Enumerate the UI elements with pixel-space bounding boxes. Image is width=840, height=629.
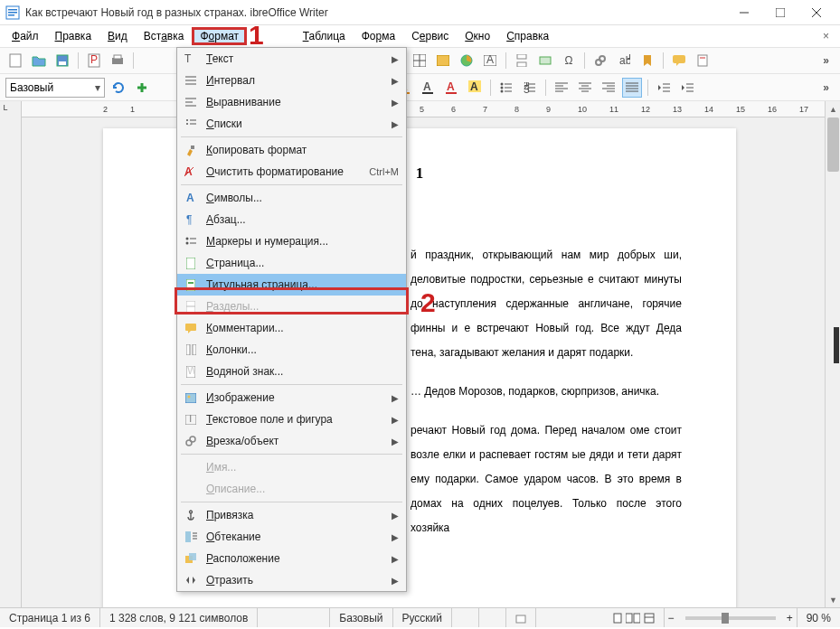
svg-rect-10 [59, 61, 66, 65]
align-center-button[interactable] [575, 78, 595, 98]
menu-table[interactable]: Таблица [295, 27, 354, 45]
specialchar-button[interactable]: Ω [559, 51, 579, 70]
menu-tools[interactable]: Сервис [403, 27, 457, 45]
menu-item-char[interactable]: AСимволы... [177, 187, 406, 209]
submenu-arrow-icon: ▶ [392, 576, 399, 586]
minimize-button[interactable] [726, 0, 762, 25]
new-button[interactable] [5, 51, 25, 70]
status-sel[interactable] [479, 608, 506, 627]
table-button[interactable] [410, 51, 429, 70]
menu-item-bullets[interactable]: Маркеры и нумерация... [177, 230, 406, 252]
menu-item-wrap[interactable]: Обтекание▶ [177, 526, 406, 548]
submenu-arrow-icon: ▶ [392, 415, 399, 425]
menu-item-columns[interactable]: Колонки... [177, 339, 406, 361]
menu-window[interactable]: Окно [457, 27, 498, 45]
align-right-button[interactable] [599, 78, 618, 98]
menu-format[interactable]: Формат [192, 27, 247, 45]
menu-item-para[interactable]: ¶Абзац... [177, 209, 406, 230]
close-button[interactable] [798, 0, 835, 25]
maximize-button[interactable] [762, 0, 798, 25]
svg-point-44 [501, 86, 504, 89]
indent-dec-button[interactable] [654, 78, 674, 98]
scroll-thumb[interactable] [827, 117, 839, 172]
menu-item-frame[interactable]: Врезка/объект▶ [177, 430, 406, 452]
char-bg-button[interactable]: A [465, 78, 485, 98]
bookmark-button[interactable] [637, 51, 657, 70]
toolbar-overflow[interactable]: » [817, 81, 835, 94]
close-doc-button[interactable]: × [816, 30, 836, 42]
status-page[interactable]: Страница 1 из 6 [0, 608, 100, 627]
trackchanges-button[interactable] [693, 51, 713, 70]
svg-rect-96 [186, 258, 195, 269]
menu-item-flip[interactable]: Отразить▶ [177, 569, 406, 591]
menu-edit[interactable]: Правка [47, 27, 100, 45]
new-style-button[interactable] [132, 78, 152, 98]
vertical-scrollbar[interactable]: ▲ ▼ [825, 101, 840, 607]
zoom-out-button[interactable]: − [665, 608, 678, 627]
bullets-button[interactable] [496, 78, 516, 98]
status-insert[interactable] [452, 608, 479, 627]
menu-insert[interactable]: Вставка [136, 27, 193, 45]
menu-item-brush[interactable]: Копировать формат [177, 139, 406, 161]
menu-item-watermark[interactable]: WВодяной знак... [177, 361, 406, 382]
zoom-handle[interactable] [722, 613, 729, 624]
open-button[interactable] [29, 51, 49, 70]
field-button[interactable] [535, 51, 555, 70]
menu-file[interactable]: Файл [4, 27, 47, 45]
menu-item-clear[interactable]: AОчистить форматированиеCtrl+M [177, 161, 406, 183]
align-left-button[interactable] [552, 78, 571, 98]
status-view-buttons[interactable] [603, 608, 665, 627]
textbox-button[interactable]: A [480, 51, 500, 70]
status-signature[interactable] [506, 608, 536, 627]
highlight-button[interactable]: A [441, 78, 461, 98]
refresh-style-button[interactable] [109, 78, 128, 98]
menu-item-image[interactable]: Изображение▶ [177, 387, 406, 408]
menu-item-label: Интервал [206, 74, 388, 87]
numbering-button[interactable]: 123 [520, 78, 540, 98]
menu-item-arrange[interactable]: Расположение▶ [177, 548, 406, 569]
status-style[interactable]: Базовый [330, 608, 392, 627]
menu-item-text[interactable]: TТекст▶ [177, 48, 406, 70]
menu-item-comment[interactable]: Комментарии... [177, 317, 406, 339]
indent-inc-button[interactable] [677, 78, 697, 98]
status-language[interactable]: Русский [393, 608, 453, 627]
menu-item-textbox[interactable]: TТекстовое поле и фигура▶ [177, 408, 406, 430]
horizontal-ruler[interactable]: 2 1 5 6 7 8 9 10 11 12 13 14 15 16 17 [22, 101, 840, 117]
align-justify-button[interactable] [622, 78, 642, 98]
pagebreak-button[interactable] [512, 51, 532, 70]
document-area[interactable]: 2 1 5 6 7 8 9 10 11 12 13 14 15 16 17 1 … [22, 101, 840, 607]
save-button[interactable] [52, 51, 72, 70]
menu-help[interactable]: Справка [498, 27, 557, 45]
menu-item-label: Отразить [206, 574, 388, 587]
svg-rect-122 [645, 614, 654, 623]
menu-item-anchor[interactable]: Привязка▶ [177, 504, 406, 526]
footnote-button[interactable]: ab1 [614, 51, 634, 70]
toolbar-overflow[interactable]: » [817, 54, 835, 67]
print-button[interactable] [108, 51, 127, 70]
separator [490, 80, 491, 96]
bullets-icon [183, 234, 199, 249]
paragraph-style-select[interactable]: Базовый ▾ [5, 78, 105, 98]
comment-button[interactable] [669, 51, 689, 70]
svg-text:1: 1 [627, 54, 630, 62]
zoom-value[interactable]: 90 % [797, 608, 840, 627]
hyperlink-button[interactable] [590, 51, 610, 70]
menu-item-spacing[interactable]: Интервал▶ [177, 70, 406, 91]
zoom-in-button[interactable]: + [783, 612, 797, 624]
menu-item-label: Разделы... [206, 300, 399, 313]
menu-item-list[interactable]: Списки▶ [177, 113, 406, 135]
zoom-slider[interactable] [685, 616, 776, 620]
menu-item-align[interactable]: Выравнивание▶ [177, 91, 406, 113]
menu-item-titlepage[interactable]: Титульная страница... [177, 274, 406, 296]
menu-view[interactable]: Вид [99, 27, 136, 45]
chart-button[interactable] [457, 51, 477, 70]
export-pdf-button[interactable]: P [84, 51, 104, 70]
scroll-down-icon[interactable]: ▼ [826, 592, 840, 607]
menu-item-label: Выравнивание [206, 96, 388, 108]
image-button[interactable] [433, 51, 453, 70]
status-wordcount[interactable]: 1 328 слов, 9 121 символов [100, 608, 258, 627]
menu-form[interactable]: Форма [354, 27, 403, 45]
fontcolor2-button[interactable]: A [418, 78, 438, 98]
menu-item-page[interactable]: Страница... [177, 252, 406, 274]
scroll-up-icon[interactable]: ▲ [826, 101, 840, 117]
